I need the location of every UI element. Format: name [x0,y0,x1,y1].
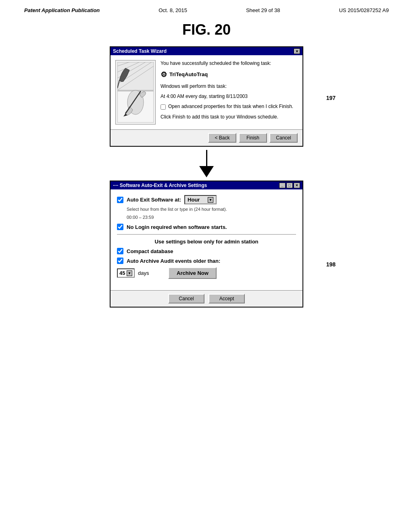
no-login-label: No Login required when software starts. [127,224,227,230]
wizard-back-button[interactable]: < Back [208,133,236,143]
archive-footer: Cancel Accept [111,290,302,307]
pub-date: Oct. 8, 2015 [159,7,187,13]
arrow-head [199,166,214,177]
days-input-arrow[interactable]: ▼ [127,270,132,276]
archive-titlebar-controls: _ □ ✕ [279,183,300,188]
wizard-illustration [117,62,154,123]
wizard-windows-will: Windows will perform this task: [161,83,298,90]
wizard-schedule-info: At 4:00 AM every day, starting 8/11/2003 [161,93,298,100]
wizard-body: You have successfully scheduled the foll… [111,55,302,129]
wizard-content: You have successfully scheduled the foll… [161,60,298,125]
auto-archive-checkbox[interactable] [117,258,123,264]
archive-accept-button[interactable]: Accept [209,294,245,303]
patent-number: US 2015/0287252 A9 [339,7,389,13]
wizard-text1: You have successfully scheduled the foll… [161,60,298,67]
no-login-checkbox[interactable] [117,224,123,230]
days-label: days [138,270,149,276]
auto-archive-label: Auto Archive Audit events older than: [127,258,220,264]
wizard-cancel-button[interactable]: Cancel [269,133,298,143]
wizard-finish-button[interactable]: Finish [239,133,267,143]
days-value: 45 [119,270,125,276]
wizard-close-button[interactable]: ✕ [294,48,300,54]
compact-db-row: Compact database [117,248,296,254]
archive-hint2: 00:00 – 23:59 [127,215,296,220]
no-login-row: No Login required when software starts. [117,224,296,230]
archive-title: ···· Software Auto-Exit & Archive Settin… [113,183,207,188]
wizard-task-icon: ⚙ [161,70,167,79]
archive-cancel-button[interactable]: Cancel [168,294,204,303]
auto-exit-label: Auto Exit Software at: [127,197,181,203]
page-header: Patent Application Publication Oct. 8, 2… [0,0,413,17]
auto-exit-row: Auto Exit Software at: Hour ▼ [117,195,296,204]
wizard-footer: < Back Finish Cancel [111,129,302,146]
archive-dialog: ···· Software Auto-Exit & Archive Settin… [110,181,303,308]
auto-exit-checkbox[interactable] [117,197,123,203]
arrow-down [199,150,214,177]
fig-title: FIG. 20 [0,21,413,38]
archive-container: ···· Software Auto-Exit & Archive Settin… [110,181,303,308]
wizard-image [115,60,156,125]
divider [117,234,296,235]
compact-db-checkbox[interactable] [117,248,123,254]
hour-dropdown[interactable]: Hour ▼ [184,195,217,204]
wizard-task-name-label: TriTeqAutoTraq [169,71,208,77]
archive-max-button[interactable]: □ [286,183,293,188]
content-area: Scheduled Task Wizard ✕ [0,46,413,308]
wizard-checkbox-label: Open advanced properties for this task w… [168,104,293,109]
wizard-checkbox[interactable] [161,104,166,110]
days-row: 45 ▼ days Archive Now [117,267,296,279]
ref-198-container: 198 [326,261,336,268]
wizard-dialog: Scheduled Task Wizard ✕ [110,46,303,147]
archive-close-button[interactable]: ✕ [294,183,300,188]
ref-197-label: 197 [326,95,336,101]
ref-198-label: 198 [326,261,336,268]
archive-titlebar: ···· Software Auto-Exit & Archive Settin… [111,181,302,189]
arrow-line [206,150,207,166]
wizard-title: Scheduled Task Wizard [113,48,167,54]
use-settings-label: Use settings below only for admin statio… [117,239,296,245]
auto-archive-row: Auto Archive Audit events older than: [117,258,296,264]
hour-label: Hour [188,197,200,203]
wizard-task-name-row: ⚙ TriTeqAutoTraq [161,70,298,79]
wizard-click-finish: Click Finish to add this task to your Wi… [161,114,298,121]
archive-hint1: Select hour from the list or type in (24… [127,207,296,212]
wizard-container: Scheduled Task Wizard ✕ [110,46,303,147]
wizard-checkbox-row: Open advanced properties for this task w… [161,104,298,110]
wizard-titlebar: Scheduled Task Wizard ✕ [111,47,302,55]
pub-label: Patent Application Publication [24,7,100,13]
sheet-info: Sheet 29 of 38 [246,7,280,13]
compact-db-label: Compact database [127,248,173,254]
archive-now-button[interactable]: Archive Now [168,267,217,279]
days-input[interactable]: 45 ▼ [117,268,135,278]
hour-dropdown-arrow[interactable]: ▼ [208,197,213,203]
ref-197-container: 197 [326,95,336,101]
archive-body: Auto Exit Software at: Hour ▼ Select hou… [111,189,302,286]
archive-min-button[interactable]: _ [279,183,286,188]
